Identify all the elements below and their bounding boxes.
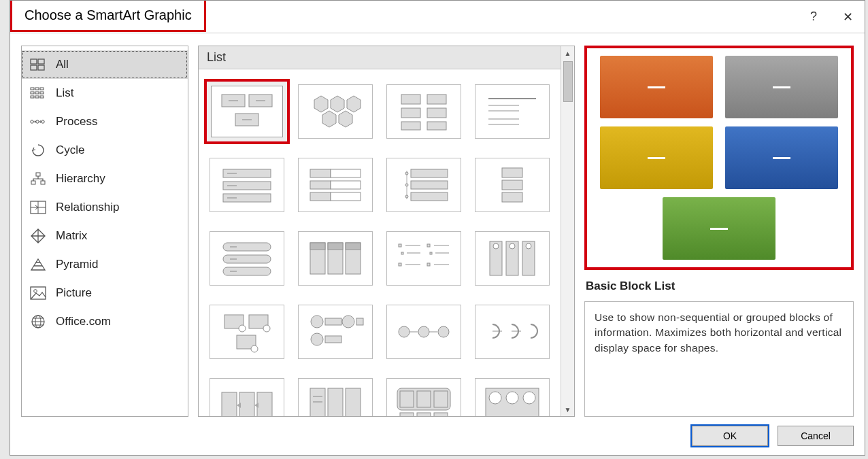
svg-rect-36 [427,95,446,104]
sidebar-item-label: Picture [56,286,92,300]
svg-point-62 [405,172,408,175]
sidebar-item-picture[interactable]: Picture [22,279,188,307]
thumb-vert-box[interactable] [469,151,555,219]
thumb-tab-list[interactable] [381,151,467,219]
svg-rect-78 [328,243,343,250]
svg-rect-80 [399,244,401,247]
thumb-bullets[interactable] [381,224,467,292]
scroll-track[interactable] [561,103,574,403]
preview-block-3 [600,126,713,189]
pyramid-icon [30,258,46,271]
process-icon [30,115,46,129]
svg-rect-105 [325,318,341,325]
sidebar-item-pyramid[interactable]: Pyramid [22,250,188,279]
thumb-orb-list[interactable] [293,298,378,366]
all-icon [30,58,46,71]
svg-point-13 [31,120,33,123]
preview-block-2 [725,56,838,118]
svg-rect-84 [427,244,430,247]
svg-rect-37 [401,108,420,118]
close-button[interactable]: ✕ [831,1,865,33]
thumb-bar-rows[interactable] [293,151,378,219]
cancel-button[interactable]: Cancel [778,426,854,446]
thumb-lined-list[interactable] [381,78,467,146]
thumb-text-lines[interactable] [469,78,555,146]
sidebar-item-relationship[interactable]: Relationship [22,193,188,222]
thumb-circle-arrow[interactable] [381,298,467,366]
scroll-down-icon[interactable]: ▼ [561,403,574,416]
svg-rect-129 [400,413,414,416]
picture-icon [30,286,46,300]
svg-point-96 [510,243,515,249]
svg-marker-33 [322,111,336,127]
sidebar-item-office[interactable]: Office.com [22,307,188,336]
thumb-pillars[interactable] [469,224,555,292]
sidebar-item-label: Hierarchy [56,172,105,186]
thumb-column-list2[interactable] [293,371,378,416]
scroll-up-icon[interactable]: ▲ [561,46,574,60]
svg-rect-119 [257,392,272,416]
svg-rect-57 [331,192,361,201]
svg-rect-2 [31,65,37,70]
ok-button[interactable]: OK [692,426,768,446]
smartart-dialog: Choose a SmartArt Graphic ? ✕ All List [10,0,865,456]
preview-block-4 [725,126,838,189]
svg-point-104 [311,316,323,328]
svg-rect-131 [434,413,448,416]
preview-block-1 [600,56,713,118]
sidebar-item-label: Cycle [56,143,85,157]
sidebar-item-matrix[interactable]: Matrix [22,222,188,250]
svg-point-133 [489,392,501,404]
svg-rect-118 [239,392,254,416]
titlebar: Choose a SmartArt Graphic ? ✕ [10,1,865,33]
help-icon: ? [810,10,817,24]
thumb-basic-block-list[interactable] [204,78,290,146]
sidebar-item-label: All [56,58,69,71]
svg-rect-67 [502,192,522,202]
svg-rect-61 [411,192,448,201]
svg-rect-12 [40,96,44,98]
svg-rect-77 [310,243,325,250]
thumb-pic-list[interactable] [204,298,290,366]
matrix-icon [30,229,46,243]
svg-rect-20 [31,287,46,299]
svg-rect-7 [31,92,34,94]
svg-rect-1 [38,59,44,64]
svg-point-114 [438,326,449,337]
thumb-card-list[interactable] [204,224,290,292]
gallery-header: List [199,46,561,69]
thumb-vert-box2[interactable] [204,371,290,416]
sidebar-item-cycle[interactable]: Cycle [22,136,188,165]
preview-title: Basic Block List [584,277,854,294]
svg-rect-88 [399,263,401,266]
svg-marker-32 [347,96,361,112]
sidebar-item-process[interactable]: Process [22,107,188,136]
svg-point-14 [36,120,39,123]
svg-rect-5 [35,88,39,90]
sidebar-item-label: List [56,86,73,100]
preview-image [584,46,854,270]
help-button[interactable]: ? [797,1,831,33]
svg-rect-117 [222,392,237,416]
thumb-semi-circles[interactable] [469,298,555,366]
thumb-stacked-bars[interactable] [204,151,290,219]
svg-rect-65 [502,168,522,177]
dialog-body: All List Process Cycle [10,33,865,417]
sidebar-item-all[interactable]: All [22,50,188,79]
thumb-box-row[interactable] [381,371,467,416]
thumb-column-list[interactable] [293,224,378,292]
svg-rect-17 [31,181,35,184]
sidebar-item-label: Pyramid [56,258,98,271]
svg-rect-18 [41,181,45,184]
svg-point-112 [418,326,429,337]
scroll-thumb[interactable] [563,61,573,102]
hierarchy-icon [30,172,46,186]
svg-rect-0 [31,59,37,64]
svg-rect-82 [401,252,403,254]
sidebar-item-list[interactable]: List [22,79,188,107]
svg-rect-127 [417,391,431,407]
gallery-scrollbar[interactable]: ▲ ▼ [561,46,574,416]
thumb-hexagon[interactable] [293,78,378,146]
thumb-process-circles[interactable] [469,371,555,416]
sidebar-item-hierarchy[interactable]: Hierarchy [22,165,188,193]
